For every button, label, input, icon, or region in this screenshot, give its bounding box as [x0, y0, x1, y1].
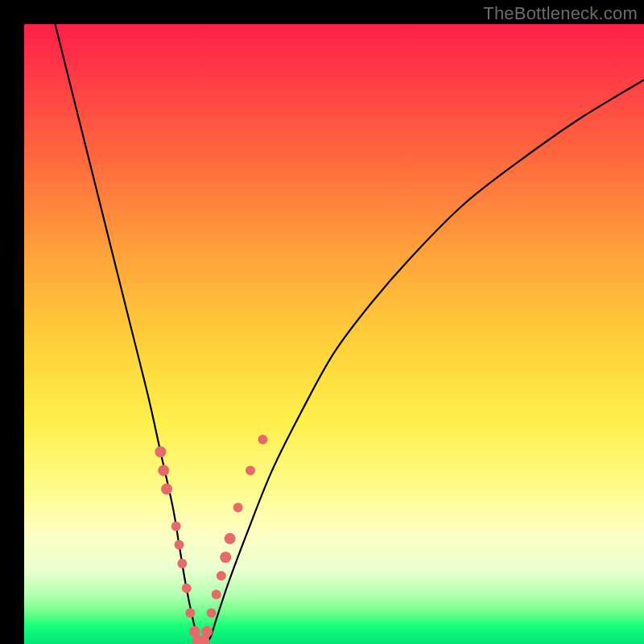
highlight-dot [233, 503, 243, 513]
highlight-dot [217, 571, 226, 580]
watermark-text: TheBottleneck.com [483, 3, 638, 24]
highlight-dot [175, 540, 184, 550]
highlight-dot [161, 484, 172, 495]
highlight-dot [207, 609, 217, 618]
highlight-dot [212, 589, 221, 599]
highlight-dot [185, 609, 195, 618]
highlight-dots-group [155, 435, 267, 644]
highlight-dot [220, 551, 231, 563]
highlight-dot [177, 559, 187, 568]
highlight-dot [201, 626, 213, 638]
chart-frame: TheBottleneck.com [0, 0, 644, 644]
highlight-dot [155, 446, 166, 457]
highlight-dot [171, 522, 181, 531]
plot-area [24, 24, 644, 644]
bottleneck-curve-line [56, 24, 645, 644]
highlight-dot [182, 584, 192, 593]
highlight-dot [225, 533, 236, 544]
highlight-dot [246, 465, 255, 475]
chart-svg [24, 24, 644, 644]
highlight-dot [158, 464, 169, 476]
highlight-dot [258, 435, 267, 444]
